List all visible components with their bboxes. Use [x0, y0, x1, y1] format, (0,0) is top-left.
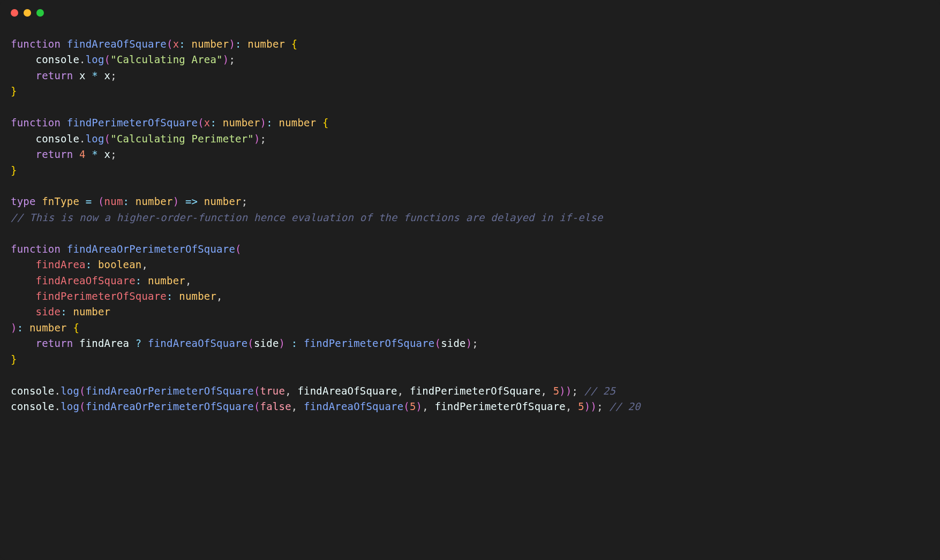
code-token: ) — [11, 322, 17, 334]
code-token: ; — [597, 400, 603, 412]
code-token: : — [17, 322, 24, 334]
code-line: } — [11, 84, 929, 99]
code-token: ; — [229, 54, 235, 65]
code-token — [73, 70, 79, 81]
code-token: console — [11, 400, 54, 412]
code-line: function findPerimeterOfSquare(x: number… — [11, 115, 929, 131]
code-token — [67, 322, 73, 334]
code-token: ( — [104, 133, 111, 145]
code-token: => — [185, 195, 198, 207]
code-token: findAreaOrPerimeterOfSquare — [67, 243, 235, 255]
code-line: return 4 * x; — [11, 147, 929, 162]
code-token — [129, 195, 136, 207]
code-token — [242, 38, 248, 50]
code-token: : — [136, 275, 142, 286]
code-token: findArea — [79, 337, 129, 349]
code-token: : — [235, 38, 242, 50]
code-line — [11, 225, 929, 241]
code-token — [86, 70, 92, 81]
code-token: ( — [235, 243, 242, 255]
code-token — [403, 385, 410, 397]
code-token: findPerimeterOfSquare — [435, 400, 566, 412]
code-token: x — [104, 70, 111, 81]
code-token — [185, 38, 192, 50]
code-token — [11, 275, 36, 286]
code-token — [86, 148, 92, 160]
code-token: number — [136, 195, 173, 207]
code-line: findArea: boolean, — [11, 257, 929, 273]
code-token — [129, 337, 136, 349]
code-token: 5 — [410, 400, 416, 412]
code-token: ( — [79, 400, 86, 412]
code-token: . — [79, 54, 86, 65]
code-line: findAreaOfSquare: number, — [11, 273, 929, 289]
code-token: , — [422, 400, 428, 412]
code-token — [11, 306, 36, 317]
code-token: return — [36, 337, 73, 349]
code-token — [61, 117, 67, 128]
code-line: type fnType = (num: number) => number; — [11, 194, 929, 209]
code-token — [11, 290, 36, 302]
zoom-icon[interactable] — [36, 9, 44, 17]
code-token: ; — [110, 70, 117, 81]
code-token: : — [167, 290, 173, 302]
code-token: : — [179, 38, 185, 50]
code-token — [547, 385, 553, 397]
code-token: console — [36, 54, 79, 65]
code-token: boolean — [98, 259, 141, 270]
code-token: console — [11, 385, 54, 397]
code-token: ( — [167, 38, 173, 50]
code-line: } — [11, 352, 929, 367]
code-line: console.log("Calculating Perimeter"); — [11, 131, 929, 147]
code-token: number — [204, 195, 242, 207]
close-icon[interactable] — [11, 9, 18, 17]
code-token: ) — [254, 133, 260, 145]
code-token: // 25 — [584, 385, 615, 397]
code-token — [11, 54, 36, 65]
code-token: number — [247, 38, 285, 50]
code-token — [198, 195, 204, 207]
code-token: return — [36, 70, 73, 81]
code-token: findPerimeterOfSquare — [304, 337, 434, 349]
code-token — [23, 322, 29, 334]
code-token: : — [86, 259, 92, 270]
code-line — [11, 100, 929, 115]
code-line: return findArea ? findAreaOfSquare(side)… — [11, 336, 929, 351]
code-token: number — [29, 322, 67, 334]
code-token — [291, 385, 298, 397]
code-token: number — [279, 117, 317, 128]
code-token: ( — [435, 337, 441, 349]
code-token: ) — [416, 400, 423, 412]
code-token: * — [92, 148, 98, 160]
code-token: "Calculating Perimeter" — [110, 133, 254, 145]
code-token: ( — [198, 117, 204, 128]
minimize-icon[interactable] — [24, 9, 31, 17]
code-token — [179, 195, 185, 207]
code-token: side — [36, 306, 61, 317]
code-token — [73, 148, 79, 160]
code-token: number — [179, 290, 216, 302]
code-token: , — [185, 275, 192, 286]
code-token: findAreaOfSquare — [297, 385, 397, 397]
code-token: , — [566, 400, 572, 412]
code-token: true — [260, 385, 285, 397]
code-token: num — [104, 195, 123, 207]
code-token: ; — [472, 337, 478, 349]
code-token: : — [210, 117, 216, 128]
code-token: ) — [559, 385, 566, 397]
code-token — [11, 337, 36, 349]
code-line: console.log("Calculating Area"); — [11, 52, 929, 67]
code-token — [141, 275, 148, 286]
code-token: x — [173, 38, 179, 50]
code-line: } — [11, 163, 929, 178]
code-token: findArea — [36, 259, 86, 270]
code-line — [11, 178, 929, 194]
code-token: ( — [79, 385, 86, 397]
code-token: : — [291, 337, 298, 349]
code-token — [578, 385, 584, 397]
window-titlebar — [0, 0, 940, 26]
code-token: : — [123, 195, 130, 207]
code-area[interactable]: function findAreaOfSquare(x: number): nu… — [0, 26, 940, 436]
code-token: ; — [242, 195, 248, 207]
code-token — [11, 133, 36, 145]
